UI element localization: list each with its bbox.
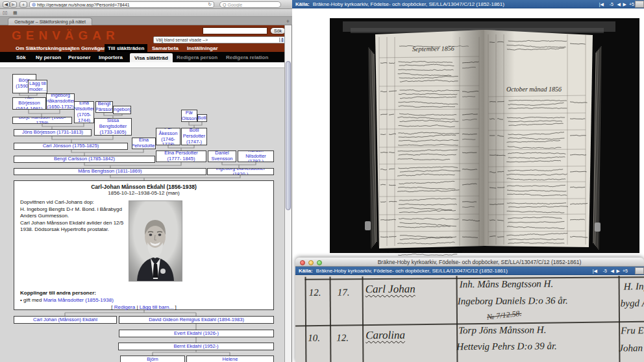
tree-node-bengt-carlsson[interactable]: Bengt Carlsson (1785-1842): [14, 156, 155, 163]
connection-prefix: gift med: [23, 297, 42, 303]
site-logo[interactable]: GENVÄGAR: [12, 29, 119, 43]
tree-node-bengt-parsson[interactable]: Bengt Pärsson: [95, 101, 113, 113]
person-detail-box: Carl-Johan Månsson Ekdahl (1856-1938) 18…: [14, 180, 274, 310]
person-notes: Dopvittnen vid Carl-Johans dop: H. Ingeb…: [20, 199, 137, 234]
source-title: Bräkne-Hoby kyrkoarkiv, Födelse- och dop…: [313, 1, 504, 7]
tree-node-ingeborg-hakansdotter[interactable]: Ingeborg Håkansdotter (1650-1732): [46, 93, 75, 110]
record-parents: Ingeborg Daniels D:o 36 år.: [458, 295, 568, 307]
site-subnav: Sök Ny person Personer Importera Visa sl…: [0, 52, 284, 62]
tree-node-daniel-svensson[interactable]: Daniel Svensson: [208, 151, 236, 162]
tree-node-kerstin-nilsdotter[interactable]: Kerstin Nilsdotter (1792-): [238, 151, 274, 162]
tree-node-par-olsson[interactable]: Pär Olsson: [181, 110, 197, 122]
family-tree-panel: Börje (1590- )Lägg till moder...Karl Bör…: [0, 67, 284, 362]
record-parents: Hettevig Pehrs D:o 39 år.: [456, 341, 557, 352]
close-icon[interactable]: [300, 260, 305, 265]
tree-node-jons-borjesson[interactable]: Jöns Börjesson (1731-1813): [14, 129, 92, 136]
church-book-scan[interactable]: September 1856October månad 1856: [292, 8, 644, 258]
nav-prev-button[interactable]: ◀: [611, 267, 614, 274]
forward-button-icon[interactable]: ▶: [10, 1, 17, 8]
tree-node-helene[interactable]: Helene: [186, 356, 274, 362]
new-tab-icon[interactable]: +: [286, 18, 290, 25]
site-search-input[interactable]: [203, 27, 267, 34]
nav-first-button[interactable]: |◀: [599, 1, 604, 8]
table-rule: [330, 277, 332, 362]
nav-installningar[interactable]: Inställningar: [187, 45, 218, 51]
record-viewer-window: Bräkne-Hoby kyrkoarkiv, Födelse- och dop…: [295, 258, 644, 362]
source-title: Bräkne-Hoby kyrkoarkiv, Födelse- och dop…: [316, 268, 508, 274]
nav-first-button[interactable]: |◀: [593, 267, 597, 274]
minimize-icon[interactable]: [308, 260, 314, 265]
tree-node-ingeborg[interactable]: Ingeborg: [113, 106, 131, 114]
nav-minus5-button[interactable]: -5: [610, 1, 613, 8]
tree-node-borje-karlsson[interactable]: Börje Karlsson (1680-1759): [12, 117, 72, 124]
subnav-ny-person[interactable]: Ny person: [36, 54, 61, 60]
tree-node-mans-bengtsson[interactable]: Måns Bengtsson (1811-1869): [14, 168, 206, 175]
browser-scrollbar[interactable]: [284, 25, 291, 362]
tab-bar: Genvägar – Släktforskning på nätet +: [0, 17, 292, 25]
topsites-icon[interactable]: ▦: [13, 10, 18, 16]
record-window-titlebar[interactable]: Bräkne-Hoby kyrkoarkiv, Födelse- och dop…: [295, 258, 644, 267]
tree-node-sissa-bengtsdotter[interactable]: Sissa Bengtsdotter (1733-1805): [94, 118, 132, 136]
tree-node-lagg-till-moder[interactable]: Lägg till moder...: [28, 80, 47, 93]
record-witness: bygd Anders G: [621, 298, 644, 309]
record-witness: Fru Emma Ågre: [621, 325, 644, 337]
reload-icon[interactable]: ↻: [208, 2, 212, 7]
tree-node-botil[interactable]: Botil: [197, 114, 207, 122]
nav-plus5-button[interactable]: +5: [623, 267, 628, 274]
tab-genvagar[interactable]: Genvägar – Släktforskning på nätet: [8, 18, 92, 25]
site-search-button[interactable]: Sök: [270, 27, 286, 34]
tree-node-elna-pehrsdotter[interactable]: Elna Pehrsdotter: [132, 138, 156, 149]
nav-next-button[interactable]: ▶: [617, 267, 620, 274]
person-title: Carl-Johan Månsson Ekdahl (1856-1938): [14, 184, 273, 190]
recent-persons-dropdown[interactable]: Välj bland senast visade --> ▲▼: [153, 36, 286, 43]
spouse-link[interactable]: Maria Månsdotter (1855-1938): [43, 297, 114, 303]
tree-node-bernt-ekdahl[interactable]: Bernt Ekdahl (1952-): [118, 343, 274, 350]
tree-node-elna-nilsdotter[interactable]: Elna Nilsdotter (1705- 1744): [74, 101, 94, 123]
nav-prev-button[interactable]: ◀: [617, 1, 621, 8]
record-scan-crop[interactable]: 12.17.Carl JohanInh. Måns Bengtsson H.In…: [295, 276, 644, 362]
site-header: GENVÄGAR Sök Välj bland senast visade --…: [0, 25, 284, 52]
scrollbar-thumb[interactable]: [286, 61, 291, 210]
edit-link[interactable]: Redigera: [114, 304, 135, 310]
nav-samarbeta[interactable]: Samarbeta: [152, 45, 179, 51]
tree-node-carl-johan-mansson-ekdahl[interactable]: Carl Johan (Månsson) Ekdahl: [14, 316, 117, 324]
nav-minus5-button[interactable]: -5: [603, 267, 607, 274]
tree-node-botil-persdotter[interactable]: Botil Persdotter (1747-): [181, 128, 207, 145]
record-paper: 12.17.Carl JohanInh. Måns Bengtsson H.In…: [295, 276, 644, 362]
tree-node-elna-persdotter[interactable]: Elna Persdotter (1777- 1845): [156, 151, 206, 162]
person-dates: 1856-10-12--1938-05-12 (man): [14, 190, 273, 196]
add-child-link[interactable]: Lägg till barn...: [140, 304, 173, 310]
window-corner-widget: [635, 267, 644, 274]
source-label: Källa:: [295, 1, 310, 7]
record-parents: Inh. Måns Bengtsson H.: [460, 278, 554, 290]
nav-om-sajten[interactable]: Om Släktforskningssajten Genvägar: [16, 45, 105, 51]
url-field[interactable]: ◍ http://genvagar.nu/show.asp?PersonId=7…: [29, 1, 214, 8]
record-witness: H. Ingeborg Ben: [624, 281, 644, 293]
subnav-importera[interactable]: Importera: [99, 54, 123, 60]
tree-node-david-gideon-remigius-ekdahl[interactable]: David Gideon Remigius Ekdahl (1894-1983): [119, 316, 274, 324]
add-bookmark-icon[interactable]: +: [19, 1, 27, 8]
subnav-personer[interactable]: Personer: [68, 54, 91, 60]
tree-node-bjorn[interactable]: Björn: [120, 356, 185, 362]
tree-node-per-akesson[interactable]: Per Åkesson (1746-1778): [156, 128, 180, 145]
nav-next-button[interactable]: ▶: [623, 1, 626, 8]
svg-text:September 1856: September 1856: [412, 45, 454, 53]
page-gap: [0, 62, 284, 67]
subnav-sok[interactable]: Sök: [16, 54, 26, 60]
bullet: •: [20, 297, 22, 303]
record-window-title: Bräkne-Hoby kyrkoarkiv, Födelse- och dop…: [321, 259, 638, 265]
tree-node-karl-borjesson[interactable]: Karl Börjesson (1614-1691): [12, 97, 46, 110]
url-text: http://genvagar.nu/show.asp?PersonId=784…: [37, 3, 130, 7]
globe-icon: ◍: [32, 2, 36, 7]
record-parents: Torp Jöns Månsson H.: [458, 324, 546, 336]
back-button-icon[interactable]: ◀: [3, 1, 10, 8]
tree-node-evert-ekdahl[interactable]: Evert Ekdahl (1926-): [119, 330, 274, 337]
record-child-name: Carolina: [365, 329, 405, 342]
browser-search-field[interactable]: Q Google: [219, 1, 281, 8]
record-note: № 7/12.58.: [486, 309, 522, 322]
tree-node-ingeborg-danielsdotter[interactable]: Ingeborg Danielsdotter (1820-): [207, 168, 274, 175]
nav-plus5-button[interactable]: +5: [629, 1, 634, 8]
source-header-bar: Källa: Bräkne-Hoby kyrkoarkiv, Födelse- …: [292, 0, 644, 8]
tree-node-carl-jonsson[interactable]: Carl Jönsson (1755-1825): [14, 143, 128, 150]
bookmarks-icon[interactable]: ▯▯: [3, 10, 8, 16]
